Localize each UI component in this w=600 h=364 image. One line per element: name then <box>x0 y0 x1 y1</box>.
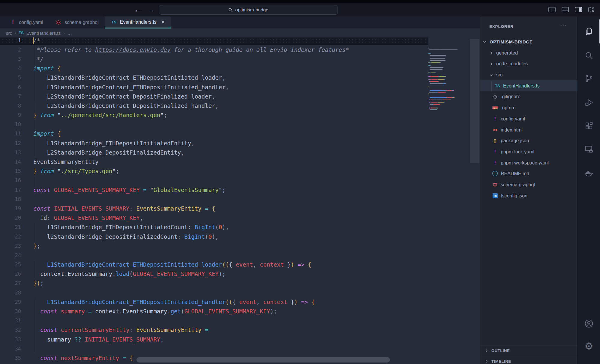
files-button[interactable] <box>584 26 594 37</box>
line-number[interactable]: 24 <box>0 252 21 258</box>
tree-item-package-json[interactable]: {}package.json <box>480 135 589 146</box>
line-number[interactable]: 3 <box>0 56 21 62</box>
search-button[interactable] <box>584 50 594 61</box>
line-number[interactable]: 31 <box>0 318 21 324</box>
line-number[interactable]: 13 <box>0 149 21 155</box>
breadcrumb-item[interactable]: src <box>6 31 12 36</box>
tree-item-config-yaml[interactable]: !config.yaml <box>480 114 589 125</box>
line-number[interactable]: 17 <box>0 187 21 193</box>
code-line[interactable]: 22 l2StandardBridge_DepositFinalizedCoun… <box>0 232 480 241</box>
code-line[interactable]: 19const INITIAL_EVENTS_SUMMARY: EventsSu… <box>0 204 480 213</box>
layout-panel-button[interactable] <box>561 6 569 13</box>
section-timeline[interactable]: TIMELINE <box>480 356 578 364</box>
remote-button[interactable] <box>584 144 594 154</box>
code-line[interactable]: 24 <box>0 250 480 260</box>
line-number[interactable]: 11 <box>0 131 21 137</box>
code-line[interactable]: 3 */ <box>0 54 480 64</box>
code-line[interactable]: 5 L1StandardBridgeContract_ETHDepositIni… <box>0 73 480 82</box>
minimap[interactable] <box>428 47 470 111</box>
code-line[interactable]: 36 ...currentSummaryEntity, <box>0 363 480 364</box>
code-line[interactable]: 6 L1StandardBridgeContract_ETHDepositIni… <box>0 82 480 92</box>
line-number[interactable]: 5 <box>0 75 21 81</box>
line-number[interactable]: 12 <box>0 140 21 146</box>
source-control-button[interactable] <box>584 73 594 84</box>
account-button[interactable] <box>584 318 594 329</box>
tree-item-eventhandlers-ts[interactable]: TSEventHandlers.ts <box>480 80 592 91</box>
section-outline[interactable]: OUTLINE <box>480 345 578 356</box>
line-number[interactable]: 25 <box>0 262 21 268</box>
code-line[interactable]: 16 <box>0 176 480 185</box>
line-number[interactable]: 20 <box>0 215 21 221</box>
tree-item-src[interactable]: src <box>480 70 587 81</box>
line-number[interactable]: 28 <box>0 290 21 296</box>
tree-item-pnpm-workspace-yaml[interactable]: !pnpm-workspace.yaml <box>480 157 589 168</box>
line-number[interactable]: 16 <box>0 177 21 183</box>
debug-button[interactable] <box>584 97 594 108</box>
code-line[interactable]: 7 L2StandardBridgeContract_DepositFinali… <box>0 92 480 101</box>
editor[interactable]: 1/*2 *Please refer to https://docs.envio… <box>0 37 480 364</box>
tree-item-index-html[interactable]: <>index.html <box>480 124 589 135</box>
code-line[interactable]: 13 L2StandardBridge_DepositFinalizedEnti… <box>0 148 480 157</box>
code-line[interactable]: 30 const summary = context.EventsSummary… <box>0 306 480 316</box>
line-number[interactable]: 22 <box>0 234 21 240</box>
code-line[interactable]: 25 L1StandardBridgeContract_ETHDepositIn… <box>0 260 480 269</box>
code-line[interactable]: 18 <box>0 194 480 204</box>
editor-scrollbar-thumb[interactable] <box>470 39 479 163</box>
tree-item-node-modules[interactable]: node_modules <box>480 58 587 70</box>
code-line[interactable]: 27}); <box>0 279 480 288</box>
back-button[interactable]: ← <box>134 6 141 13</box>
line-number[interactable]: 29 <box>0 299 21 305</box>
code-line[interactable]: 17const GLOBAL_EVENTS_SUMMARY_KEY = "Glo… <box>0 185 480 194</box>
code-line[interactable]: 15} from "./src/Types.gen"; <box>0 167 480 176</box>
line-number[interactable]: 35 <box>0 355 21 361</box>
tree-item-pnpm-lock-yaml[interactable]: !pnpm-lock.yaml <box>480 146 589 158</box>
line-number[interactable]: 26 <box>0 271 21 277</box>
line-number[interactable]: 9 <box>0 112 21 118</box>
code-line[interactable]: 34 <box>0 344 480 353</box>
code-line[interactable]: 26 context.EventsSummary.load(GLOBAL_EVE… <box>0 269 480 279</box>
docker-button[interactable] <box>584 168 594 178</box>
breadcrumb-item[interactable]: … <box>68 31 72 36</box>
line-number[interactable]: 27 <box>0 280 21 286</box>
tab-config-yaml[interactable]: !config.yaml <box>4 16 49 28</box>
tab-schema-graphql[interactable]: schema.graphql <box>49 16 105 28</box>
line-number[interactable]: 32 <box>0 327 21 333</box>
layout-customize-button[interactable] <box>587 6 596 13</box>
line-number[interactable]: 30 <box>0 308 21 314</box>
code-line[interactable]: 29 L1StandardBridgeContract_ETHDepositIn… <box>0 297 480 306</box>
tree-item--gitignore[interactable]: .gitignore <box>480 91 589 102</box>
code-line[interactable]: 12 L1StandardBridge_ETHDepositInitiatedE… <box>0 138 480 148</box>
tree-item-generated[interactable]: generated <box>480 47 587 58</box>
tree-item-tsconfig-json[interactable]: TStsconfig.json <box>480 190 589 201</box>
code-line[interactable]: 8 L2StandardBridgeContract_DepositFinali… <box>0 101 480 110</box>
tree-item-optimism-bridge[interactable]: OPTIMISM-BRIDGE <box>480 37 580 48</box>
tree-item-schema-graphql[interactable]: schema.graphql <box>480 179 589 191</box>
extensions-button[interactable] <box>584 121 594 131</box>
layout-sidebar-left-button[interactable] <box>548 6 556 13</box>
code-line[interactable]: 2 *Please refer to https://docs.envio.de… <box>0 45 480 54</box>
line-number[interactable]: 34 <box>0 346 21 352</box>
tab-close-icon[interactable]: × <box>162 19 165 25</box>
code-line[interactable]: 28 <box>0 288 480 297</box>
code-line[interactable]: 1/* <box>0 37 428 45</box>
line-number[interactable]: 1 <box>0 37 21 43</box>
line-number[interactable]: 19 <box>0 206 21 212</box>
tree-item--npmrc[interactable]: npm.npmrc <box>480 102 589 114</box>
line-number[interactable]: 33 <box>0 336 21 342</box>
line-number[interactable]: 7 <box>0 93 21 99</box>
line-number[interactable]: 15 <box>0 168 21 174</box>
line-number[interactable]: 21 <box>0 224 21 230</box>
code-line[interactable]: 32 const currentSummaryEntity: EventsSum… <box>0 325 480 335</box>
code-line[interactable]: 14EventsSummaryEntity <box>0 157 480 166</box>
line-number[interactable]: 23 <box>0 243 21 249</box>
line-number[interactable]: 10 <box>0 121 21 127</box>
line-number[interactable]: 2 <box>0 47 21 53</box>
layout-sidebar-right-button[interactable] <box>574 6 583 13</box>
tree-item-readme-md[interactable]: ⓘREADME.md <box>480 168 589 179</box>
explorer-more-button[interactable]: ⋯ <box>560 22 567 29</box>
code-line[interactable]: 11import { <box>0 129 480 138</box>
code-line[interactable]: 4import { <box>0 64 480 73</box>
line-number[interactable]: 18 <box>0 196 21 202</box>
breadcrumb-item[interactable]: EventHandlers.ts <box>26 31 61 36</box>
code-line[interactable]: 31 <box>0 316 480 325</box>
